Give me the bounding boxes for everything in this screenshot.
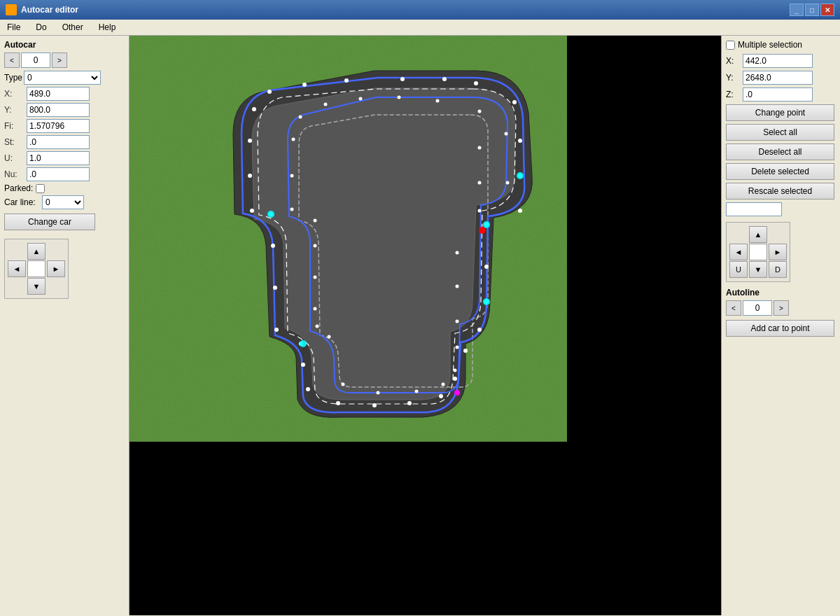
change-car-button[interactable]: Change car [4,214,95,230]
svg-point-14 [453,377,457,381]
svg-point-49 [292,138,295,141]
arrow-center-display [27,260,46,277]
svg-point-3 [442,77,447,81]
nu-label: Nu: [4,169,24,179]
right-d-button[interactable]: D [769,261,787,278]
minimize-button[interactable]: _ [790,4,804,16]
svg-point-17 [372,403,377,407]
autocar-value-input[interactable] [21,52,50,68]
car-line-select[interactable]: 0 [42,195,84,209]
left-down-button[interactable]: ▼ [27,278,46,295]
menu-other[interactable]: Other [58,21,88,34]
arrow-bot-row: ▼ [8,278,65,295]
svg-point-59 [377,391,380,395]
right-z-input[interactable] [743,88,813,102]
svg-point-15 [439,394,443,398]
parked-checkbox[interactable] [36,184,45,193]
svg-point-58 [342,383,345,386]
track-viewport[interactable] [130,36,567,442]
right-y-input[interactable] [743,71,813,85]
rescale-input[interactable] [726,202,782,216]
add-car-to-point-button[interactable]: Add car to point [726,320,834,337]
svg-point-55 [314,307,317,311]
autocar-next-button[interactable]: > [52,52,67,68]
right-x-input[interactable] [743,54,813,68]
car-line-row: Car line: 0 [4,195,125,209]
arrow-top-row: ▲ [8,243,65,260]
fi-label: Fi: [4,121,24,131]
right-down-button[interactable]: ▼ [749,261,767,278]
autoline-value-input[interactable] [743,300,772,316]
svg-point-32 [344,78,349,83]
change-point-button[interactable]: Change point [726,104,834,121]
rescale-selected-button[interactable]: Rescale selected [726,183,834,200]
svg-point-34 [483,221,490,228]
maximize-button[interactable]: □ [805,4,819,16]
select-all-button[interactable]: Select all [726,124,834,141]
svg-point-52 [314,219,317,223]
autocar-prev-button[interactable]: < [4,52,20,68]
menu-file[interactable]: File [3,21,24,34]
x-label: X: [4,89,24,99]
canvas-black-right [567,36,721,615]
autoline-prev-button[interactable]: < [726,300,741,316]
right-z-row: Z: [726,88,836,102]
right-left-button[interactable]: ◄ [729,244,748,260]
svg-point-10 [484,265,489,269]
svg-point-44 [436,99,440,103]
y-input[interactable] [27,103,90,117]
svg-point-37 [267,211,274,218]
x-input[interactable] [27,87,90,101]
autocar-spinner: < > [4,52,125,68]
x-field-row: X: [4,87,125,101]
menu-do[interactable]: Do [31,21,50,34]
u-label: U: [4,153,24,163]
left-left-button[interactable]: ◄ [8,260,26,277]
y-label: Y: [4,105,24,115]
u-input[interactable] [27,151,90,165]
multiple-selection-checkbox[interactable] [726,41,735,50]
delete-selected-button[interactable]: Delete selected [726,163,834,180]
parked-label: Parked: [4,183,33,193]
svg-point-23 [273,286,277,290]
close-button[interactable]: ✕ [820,4,834,16]
menu-help[interactable]: Help [94,21,120,34]
svg-point-68 [478,181,482,185]
svg-point-22 [274,328,279,332]
fi-input[interactable] [27,119,90,133]
left-up-button[interactable]: ▲ [27,243,46,260]
svg-point-51 [290,208,294,211]
canvas-black-bottom [130,442,567,615]
autoline-next-button[interactable]: > [774,300,789,316]
y-field-row: Y: [4,103,125,117]
nu-input[interactable] [27,167,90,181]
svg-point-69 [478,146,482,150]
svg-point-54 [314,276,317,279]
svg-point-53 [314,244,317,248]
parked-row: Parked: [4,183,125,193]
svg-point-35 [483,298,490,305]
svg-point-12 [477,328,482,332]
autoline-title: Autoline [726,288,836,298]
deselect-all-button[interactable]: Deselect all [726,144,834,160]
right-arrow-mid-row: ◄ ► [729,244,787,260]
svg-point-19 [306,387,310,391]
type-select[interactable]: 0 [24,71,101,85]
left-panel: Autocar < > Type 0 X: Y: Fi: [0,36,130,615]
svg-point-43 [478,110,482,113]
multiple-selection-label: Multiple selection [738,40,802,50]
st-input[interactable] [27,135,90,149]
svg-point-2 [400,77,405,81]
right-up-button[interactable]: ▲ [749,226,767,243]
right-u-button[interactable]: U [729,261,748,278]
svg-point-6 [518,139,522,143]
canvas-area [130,36,721,615]
app-icon [6,4,17,15]
svg-point-48 [299,115,302,119]
left-right-button[interactable]: ► [47,260,65,277]
svg-point-24 [271,244,275,248]
svg-point-47 [324,103,328,106]
window-title: Autocar editor [21,5,78,15]
right-right-button[interactable]: ► [769,244,787,260]
title-bar: Autocar editor _ □ ✕ [0,0,840,20]
